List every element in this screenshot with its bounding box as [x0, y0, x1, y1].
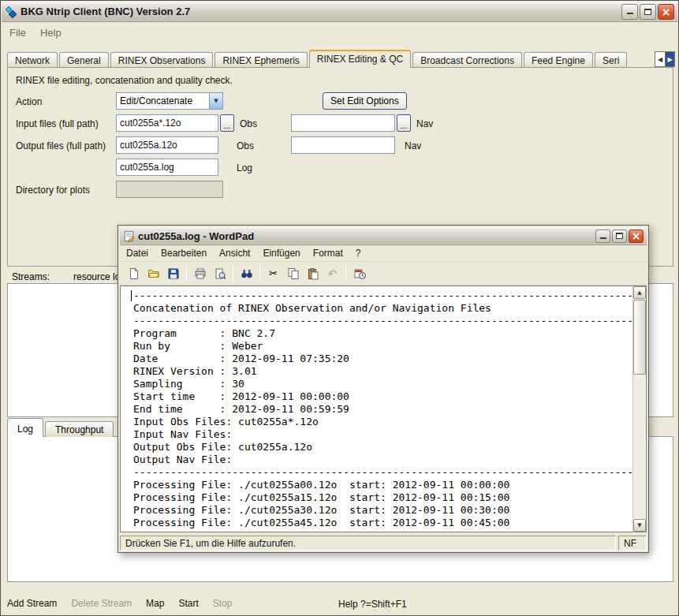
print-preview-button[interactable]: [210, 264, 229, 283]
input-obs-field[interactable]: [116, 114, 218, 132]
maximize-icon: [616, 233, 623, 239]
main-titlebar[interactable]: BKG Ntrip Client (BNC) Version 2.7 ×: [2, 2, 677, 22]
wordpad-titlebar[interactable]: cut0255a.log - WordPad ×: [120, 227, 647, 245]
text-caret: [131, 290, 132, 301]
undo-icon: ↶: [328, 267, 338, 280]
wordpad-minimize-button[interactable]: [595, 230, 610, 243]
bottom-action-bar: Add StreamDelete StreamMapStartStop: [7, 592, 232, 614]
toolbar-separator: [186, 266, 187, 282]
wordpad-window: cut0255a.log - WordPad × DateiBearbeiten…: [118, 225, 649, 553]
output-obs-field[interactable]: [116, 136, 218, 154]
action-start[interactable]: Start: [178, 598, 198, 609]
output-nav-suffix-label: Nav: [405, 140, 421, 151]
wp-menu-item-bearbeiten[interactable]: Bearbeiten: [155, 246, 213, 260]
wordpad-maximize-button[interactable]: [612, 230, 627, 243]
action-combobox[interactable]: Edit/Concatenate ▼: [116, 92, 223, 110]
wordpad-icon: [123, 230, 135, 242]
output-nav-field[interactable]: [291, 136, 395, 154]
chevron-down-icon[interactable]: ▼: [209, 93, 222, 109]
paste-icon: [307, 267, 319, 280]
bnc-app-icon: [5, 6, 17, 18]
log-suffix-label: Log: [237, 162, 252, 174]
find-button[interactable]: [237, 264, 256, 283]
close-button[interactable]: ×: [658, 4, 674, 20]
wordpad-statusbar: Drücken Sie F1, um die Hilfe aufzurufen.…: [120, 534, 647, 551]
print-button[interactable]: [190, 264, 210, 283]
set-edit-options-button[interactable]: Set Edit Options: [323, 92, 407, 110]
input-nav-field[interactable]: [291, 114, 395, 132]
date-time-button[interactable]: [349, 264, 369, 283]
help-shortcut-label: Help ?=Shift+F1: [338, 599, 407, 610]
print-preview-icon: [214, 267, 226, 280]
output-obs-suffix-label: Obs: [237, 140, 254, 151]
new-document-icon: [128, 267, 140, 280]
menu-item-help[interactable]: Help: [33, 24, 69, 41]
wp-menu-item-format[interactable]: Format: [307, 246, 349, 260]
log-file-field[interactable]: [116, 159, 218, 176]
bnc-main-window: BKG Ntrip Client (BNC) Version 2.7 × Fil…: [0, 0, 679, 616]
scroll-down-button[interactable]: ▼: [633, 519, 646, 532]
tab-scroll-right-button[interactable]: ▶: [665, 51, 675, 67]
plots-dir-field: [116, 181, 223, 198]
menu-item-file[interactable]: File: [2, 24, 33, 41]
document-text[interactable]: ----------------------------------------…: [121, 286, 632, 532]
scrollbar-thumb[interactable]: [633, 300, 646, 375]
tab-seri[interactable]: Seri: [595, 52, 627, 68]
action-stop: Stop: [213, 598, 233, 609]
tab-network[interactable]: Network: [7, 52, 58, 68]
vertical-scrollbar[interactable]: ▲ ▼: [632, 286, 646, 532]
minimize-icon: [600, 233, 606, 239]
copy-icon: [287, 267, 300, 280]
open-folder-button[interactable]: [144, 264, 163, 283]
copy-button[interactable]: [283, 264, 303, 283]
print-icon: [194, 267, 207, 280]
input-files-label: Input files (full path): [16, 118, 99, 129]
streams-label: Streams:: [12, 271, 50, 282]
bottom-tab-bar: LogThroughput: [7, 418, 115, 437]
panel-description: RINEX file editing, concatenation and qu…: [16, 75, 233, 86]
maximize-icon: [644, 9, 651, 15]
cut-button[interactable]: ✂: [263, 264, 283, 283]
statusbar-nf: NF: [618, 536, 647, 551]
scroll-up-button[interactable]: ▲: [633, 286, 646, 299]
wordpad-close-button[interactable]: ×: [629, 230, 644, 243]
action-add-stream[interactable]: Add Stream: [7, 598, 57, 609]
action-delete-stream: Delete Stream: [71, 598, 132, 609]
tab-rinex-observations[interactable]: RINEX Observations: [110, 52, 214, 68]
cut-icon: ✂: [269, 267, 278, 279]
tab-broadcast-corrections[interactable]: Broadcast Corrections: [412, 52, 522, 68]
window-title: BKG Ntrip Client (BNC) Version 2.7: [21, 6, 618, 17]
paste-button[interactable]: [303, 264, 323, 283]
close-icon: ×: [662, 6, 671, 17]
wp-menu-item-ansicht[interactable]: Ansicht: [213, 246, 256, 260]
action-map[interactable]: Map: [146, 598, 164, 609]
wordpad-document-area[interactable]: ----------------------------------------…: [120, 286, 647, 532]
bottom-tab-throughput[interactable]: Throughput: [45, 421, 114, 437]
save-button[interactable]: [163, 264, 183, 283]
statusbar-hint: Drücken Sie F1, um die Hilfe aufzurufen.: [120, 536, 616, 551]
date-time-icon: [353, 267, 366, 280]
wp-menu-item-datei[interactable]: Datei: [120, 246, 155, 260]
new-document-button[interactable]: [124, 264, 144, 283]
wordpad-toolbar: ✂↶: [120, 262, 647, 286]
input-obs-browse-button[interactable]: ...: [220, 114, 234, 132]
find-icon: [241, 267, 253, 280]
save-icon: [167, 267, 180, 280]
tab-scroll-left-button[interactable]: ◀: [655, 51, 665, 67]
output-files-label: Output files (full path): [16, 140, 106, 151]
wp-menu-item-einf-gen[interactable]: Einfügen: [256, 246, 306, 260]
bottom-tab-log[interactable]: Log: [7, 418, 43, 437]
input-nav-suffix-label: Nav: [416, 118, 433, 129]
input-nav-browse-button[interactable]: ...: [397, 114, 411, 132]
minimize-button[interactable]: [621, 4, 638, 20]
maximize-button[interactable]: [640, 4, 656, 20]
plots-dir-label: Directory for plots: [16, 185, 90, 196]
wordpad-title: cut0255a.log - WordPad: [138, 230, 592, 242]
tab-general[interactable]: General: [59, 52, 109, 68]
tab-feed-engine[interactable]: Feed Engine: [524, 52, 593, 68]
action-combobox-value: Edit/Concatenate: [117, 95, 209, 106]
tab-rinex-ephemeris[interactable]: RINEX Ephemeris: [215, 52, 307, 68]
wp-menu-item-item5[interactable]: ?: [349, 246, 367, 260]
undo-button[interactable]: ↶: [323, 264, 342, 283]
tab-rinex-editing-qc[interactable]: RINEX Editing & QC: [309, 50, 411, 68]
